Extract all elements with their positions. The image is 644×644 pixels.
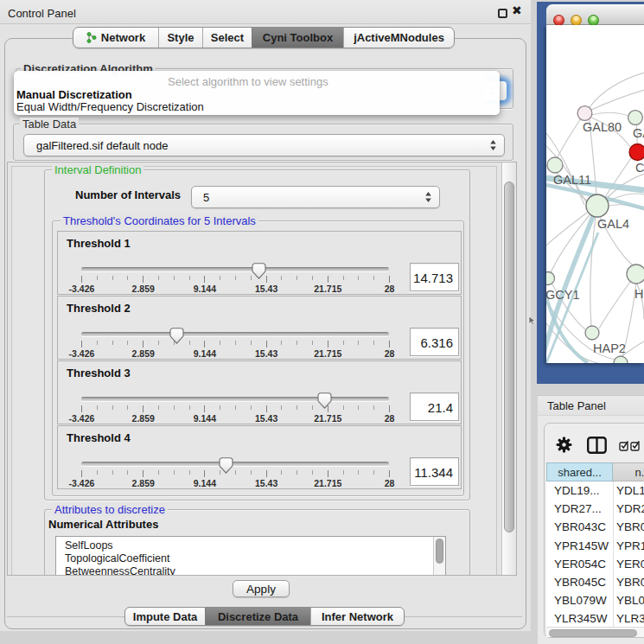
cell-name: YER054C bbox=[616, 555, 644, 573]
slider-tick-label: 9.144 bbox=[170, 284, 239, 294]
apply-button[interactable]: Apply bbox=[233, 580, 290, 597]
threshold-4-label: Threshold 4 bbox=[67, 431, 131, 444]
tab-label: Cyni Toolbox bbox=[263, 31, 333, 44]
network-node[interactable] bbox=[577, 106, 592, 121]
column-header-label: n... bbox=[634, 466, 644, 479]
column-header-name[interactable]: n... bbox=[613, 462, 644, 481]
network-node[interactable] bbox=[627, 265, 644, 284]
threshold-1-slider-handle[interactable] bbox=[252, 263, 266, 279]
network-node-label: C bbox=[635, 161, 644, 175]
threshold-3-slider-track[interactable] bbox=[81, 397, 389, 401]
tab-label: Style bbox=[167, 31, 194, 44]
close-icon[interactable]: ✖ bbox=[512, 3, 522, 17]
control-panel-titlebar bbox=[0, 0, 531, 24]
tab-label: Infer Network bbox=[322, 610, 393, 623]
panel-scrollbar[interactable] bbox=[501, 163, 517, 575]
slider-tickmarks bbox=[81, 470, 390, 477]
slider-tick-label: 2.859 bbox=[109, 478, 178, 488]
tab-cyni-toolbox[interactable]: Cyni Toolbox bbox=[252, 28, 343, 48]
attribute-list-item[interactable]: TopologicalCoefficient bbox=[56, 552, 445, 565]
threshold-4-slider-handle[interactable] bbox=[219, 457, 233, 474]
cell-name: YDL19... bbox=[616, 481, 644, 500]
threshold-2-slider-handle[interactable] bbox=[169, 328, 184, 344]
threshold-3-value: 21.4 bbox=[428, 399, 453, 414]
dropdown-item-equal-width[interactable]: Equal Width/Frequency Discretization bbox=[16, 100, 204, 113]
slider-tick-label: 9.144 bbox=[170, 348, 239, 359]
table-data-group-title: Table Data bbox=[20, 118, 79, 131]
control-panel-title: Control Panel bbox=[8, 7, 76, 20]
table-row[interactable]: YDR27...YDR27... bbox=[546, 500, 644, 518]
table-row[interactable]: YBL079WYBL079W bbox=[546, 591, 644, 609]
threshold-coordinates-group: Threshold's Coordinates for 5 Intervals … bbox=[52, 220, 464, 496]
table-row[interactable]: YER054CYER054C bbox=[546, 555, 644, 573]
table-row[interactable]: YLR345WYLR345W bbox=[546, 609, 644, 628]
slider-tick-label: 21.715 bbox=[293, 348, 362, 359]
threshold-3-label: Threshold 3 bbox=[67, 367, 131, 379]
cell-shared-name: YPR145W bbox=[554, 537, 609, 555]
network-node[interactable] bbox=[585, 326, 599, 340]
network-view-canvas[interactable]: GAL80GACGAL11GAL4HGCY1HAP2 bbox=[546, 25, 644, 363]
threshold-4-row: Threshold 4 11.344 -3.4262.8599.14415.43… bbox=[57, 425, 462, 489]
table-data-combobox[interactable]: galFiltered.sif default node bbox=[23, 134, 505, 156]
cell-name: YPR145W bbox=[616, 537, 644, 555]
number-of-intervals-combobox[interactable]: 5 bbox=[191, 186, 440, 208]
threshold-3-slider-handle[interactable] bbox=[317, 392, 332, 409]
table-hscrollbar-thumb[interactable] bbox=[549, 629, 637, 637]
network-node[interactable] bbox=[629, 144, 644, 161]
tab-impute-data[interactable]: Impute Data bbox=[125, 608, 205, 625]
table-hscrollbar[interactable] bbox=[546, 627, 644, 637]
attribute-list-item[interactable]: BetweennessCentrality bbox=[56, 565, 445, 576]
tab-infer-network[interactable]: Infer Network bbox=[310, 608, 404, 625]
network-node[interactable] bbox=[628, 111, 643, 125]
numerical-attributes-list[interactable]: SelfLoopsTopologicalCoefficientBetweenne… bbox=[55, 536, 446, 576]
threshold-3-row: Threshold 3 21.4 -3.4262.8599.14415.4321… bbox=[57, 360, 462, 424]
cell-shared-name: YDR27... bbox=[554, 500, 602, 518]
column-header-shared-name[interactable]: shared... bbox=[546, 462, 613, 481]
algorithm-dropdown-popup: Select algorithm to view settings Manual… bbox=[14, 71, 500, 115]
threshold-2-slider-track[interactable] bbox=[81, 332, 389, 336]
cell-name: YBL079W bbox=[616, 591, 644, 609]
threshold-coordinates-group-title: Threshold's Coordinates for 5 Intervals bbox=[61, 214, 258, 227]
slider-tick-label: 9.144 bbox=[170, 478, 239, 488]
threshold-1-label: Threshold 1 bbox=[67, 237, 131, 250]
node-table-card: shared... n... YDL19...YDL19...YDR27...Y… bbox=[544, 423, 644, 638]
threshold-4-slider-track[interactable] bbox=[81, 462, 389, 466]
tab-network[interactable]: Network bbox=[73, 28, 158, 48]
panel-scrollbar-thumb[interactable] bbox=[504, 182, 514, 532]
network-node[interactable] bbox=[546, 272, 555, 285]
bottom-tabbar: Impute Data Discretize Data Infer Networ… bbox=[124, 607, 405, 626]
tab-select[interactable]: Select bbox=[202, 28, 252, 48]
slider-tick-label: 28 bbox=[355, 478, 424, 488]
slider-tick-label: -3.426 bbox=[48, 348, 117, 359]
dropdown-hint-item[interactable]: Select algorithm to view settings bbox=[168, 75, 328, 88]
table-row[interactable]: YBR045CYBR045C bbox=[546, 573, 644, 591]
network-node-label: GAL11 bbox=[553, 173, 591, 187]
tab-discretize-data[interactable]: Discretize Data bbox=[205, 608, 310, 625]
top-tabbar: Network Style Select Cyni Toolbox jActiv… bbox=[73, 27, 455, 48]
network-node[interactable] bbox=[586, 194, 609, 217]
combo-arrows-icon bbox=[490, 140, 496, 150]
network-node-label: GA bbox=[633, 126, 644, 140]
threshold-1-slider-track[interactable] bbox=[81, 267, 389, 271]
table-row[interactable]: YPR145WYPR145W bbox=[546, 537, 644, 555]
cell-shared-name: YBR043C bbox=[554, 518, 606, 536]
tab-label: Impute Data bbox=[133, 610, 197, 623]
cell-shared-name: YBR045C bbox=[554, 573, 606, 591]
float-window-icon[interactable] bbox=[498, 9, 507, 18]
slider-tick-label: -3.426 bbox=[48, 478, 117, 488]
table-row[interactable]: YDL19...YDL19... bbox=[546, 481, 644, 500]
settings-panel: Interval Definition Number of Intervals … bbox=[11, 166, 497, 576]
tab-jactivemnodules[interactable]: jActiveMNodules bbox=[343, 28, 454, 48]
threshold-1-row: Threshold 1 14.713 -3.4262.8599.14415.43… bbox=[57, 231, 462, 295]
network-node[interactable] bbox=[547, 157, 563, 173]
network-node[interactable] bbox=[614, 356, 628, 363]
dropdown-item-manual-discretization[interactable]: Manual Discretization bbox=[16, 88, 132, 101]
threshold-2-row: Threshold 2 6.316 -3.4262.8599.14415.432… bbox=[57, 296, 462, 360]
network-graph: GAL80GACGAL11GAL4HGCY1HAP2 bbox=[546, 25, 644, 363]
table-row[interactable]: YBR043CYBR043C bbox=[546, 518, 644, 536]
cell-shared-name: YER054C bbox=[554, 555, 606, 573]
tab-label: Discretize Data bbox=[218, 610, 298, 623]
attribute-list-item[interactable]: SelfLoops bbox=[56, 537, 445, 552]
threshold-2-value: 6.316 bbox=[420, 335, 453, 349]
tab-style[interactable]: Style bbox=[158, 28, 202, 48]
